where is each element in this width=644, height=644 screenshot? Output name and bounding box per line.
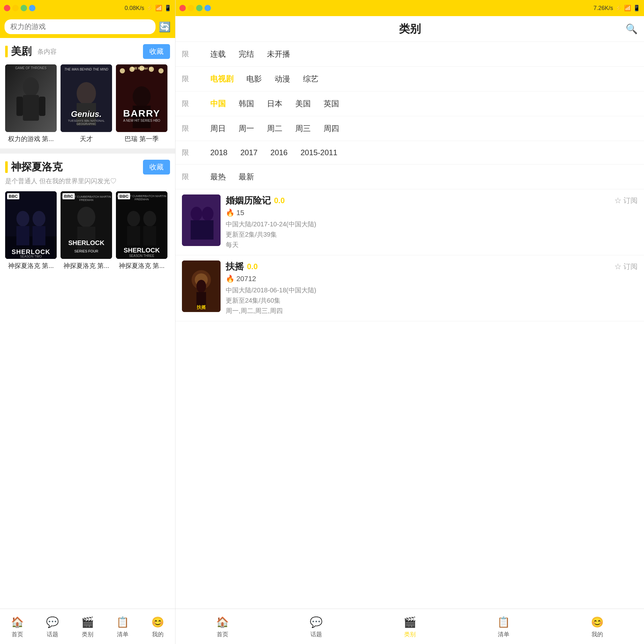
filter-opt-4-2[interactable]: 2016 — [268, 147, 290, 158]
fuyao-subscribe-btn[interactable]: ☆ 订阅 — [614, 262, 638, 271]
sherlock1-poster: BBC SHERLOCK SEASON TWO — [5, 191, 57, 259]
hunyin-subscribe-btn[interactable]: ☆ 订阅 — [614, 196, 638, 205]
filter-options-2: 中国 韩国 日本 美国 英国 — [208, 97, 342, 110]
filter-opt-2-4[interactable]: 英国 — [321, 97, 342, 110]
sherlock-title: 神探夏洛克 — [11, 160, 62, 174]
filter-opt-3-3[interactable]: 周三 — [293, 122, 313, 135]
filter-opt-3-1[interactable]: 周一 — [236, 122, 257, 135]
mine-icon-left: 😊 — [151, 615, 165, 629]
nav-topic-left[interactable]: 💬 话题 — [45, 615, 60, 638]
signal-icon: 📱 — [164, 5, 171, 12]
sherlock3-season: SEASON THREE — [116, 254, 167, 258]
filter-opt-0-0[interactable]: 连载 — [208, 48, 228, 61]
right-wifi-icon: 📶 — [624, 5, 631, 12]
filter-section: 限 连载 完结 未开播 限 电视剧 电影 动漫 综艺 限 中国 韩国 日本 — [175, 42, 644, 609]
nav-topic-right[interactable]: 💬 话题 — [309, 615, 323, 638]
svg-point-28 — [143, 211, 156, 226]
sherlock-collect-button[interactable]: 收藏 — [143, 160, 170, 175]
search-refresh-icon[interactable]: 🔄 — [159, 21, 171, 33]
filter-opt-5-1[interactable]: 最新 — [236, 170, 257, 183]
dot-yellow — [12, 5, 19, 11]
filter-opt-3-4[interactable]: 周四 — [321, 122, 342, 135]
nav-mine-right[interactable]: 😊 我的 — [590, 615, 604, 638]
fuyao-heat: 🔥 20712 — [226, 275, 638, 283]
hunyin-title-row: 婚姻历险记 0.0 ☆ 订阅 — [226, 194, 638, 207]
list-icon-left: 📋 — [116, 615, 130, 629]
filter-opt-1-3[interactable]: 综艺 — [300, 72, 321, 85]
fuyao-heat-val: 20712 — [236, 275, 256, 283]
hunyin-poster-img — [182, 194, 221, 246]
r-dot-red — [179, 5, 186, 11]
filter-opt-2-2[interactable]: 日本 — [264, 97, 285, 110]
nav-home-right[interactable]: 🏠 首页 — [215, 615, 230, 638]
nav-list-right[interactable]: 📋 清单 — [497, 615, 511, 638]
fuyao-meta: 中国大陆/2018-06-18(中国大陆) 更新至24集/共60集 周一,周二,… — [226, 285, 638, 316]
filter-opt-1-2[interactable]: 动漫 — [272, 72, 293, 85]
search-input[interactable] — [5, 19, 156, 34]
list-item-hunyin[interactable]: 婚姻历险记 0.0 ☆ 订阅 🔥 15 中国大陆/2017-10-24(中国大陆… — [175, 189, 644, 255]
meiju-collect-button[interactable]: 收藏 — [143, 44, 170, 59]
hunyin-heat: 🔥 15 — [226, 209, 638, 217]
filter-opt-5-0[interactable]: 最热 — [208, 170, 228, 183]
filter-options-0: 连载 完结 未开播 — [208, 48, 293, 61]
filter-opt-4-0[interactable]: 2018 — [208, 147, 230, 158]
filter-label-3: 限 — [182, 124, 201, 133]
fuyao-text: 扶摇 — [182, 305, 221, 310]
movie-item-genius[interactable]: THE MAN BEHIND THE MIND Genius. TUESDAYS… — [61, 64, 112, 143]
sherlock3-text: SHERLOCK — [116, 247, 167, 254]
filter-opt-4-3[interactable]: 2015-2011 — [298, 147, 340, 158]
filter-opt-0-2[interactable]: 未开播 — [264, 48, 293, 61]
list-item-fuyao[interactable]: 扶摇 扶摇 0.0 ☆ 订阅 🔥 20712 中国大陆/2018-06-18(中… — [175, 255, 644, 321]
filter-row-0: 限 连载 完结 未开播 — [175, 42, 644, 67]
filter-opt-2-0[interactable]: 中国 — [208, 97, 228, 110]
hunyin-info: 婚姻历险记 0.0 ☆ 订阅 🔥 15 中国大陆/2017-10-24(中国大陆… — [226, 194, 638, 250]
filter-row-1: 限 电视剧 电影 动漫 综艺 — [175, 67, 644, 91]
filter-row-2: 限 中国 韩国 日本 美国 英国 — [175, 91, 644, 116]
nav-mine-label-right: 我的 — [592, 630, 603, 638]
filter-opt-0-1[interactable]: 完结 — [236, 48, 257, 61]
meiju-section: 美剧 条内容 收藏 — [0, 38, 175, 148]
hunyin-title: 婚姻历险记 — [226, 194, 271, 207]
movie-item-got[interactable]: GAME OF THRONES 权力的游戏 第... — [5, 64, 57, 143]
filter-opt-2-1[interactable]: 韩国 — [236, 97, 257, 110]
dot-red — [4, 5, 10, 11]
movie-item-sherlock3[interactable]: BBC BENEDICT CUMBERBATCH MARTIN FREEMAN … — [116, 191, 167, 270]
filter-opt-3-2[interactable]: 周二 — [264, 122, 285, 135]
nav-topic-label-right: 话题 — [310, 630, 322, 638]
nav-category-right[interactable]: 🎬 类别 — [403, 615, 417, 638]
nav-home-left[interactable]: 🏠 首页 — [10, 615, 24, 638]
filter-label-2: 限 — [182, 99, 201, 109]
filter-opt-1-1[interactable]: 电影 — [244, 72, 264, 85]
left-divider — [0, 148, 175, 154]
filter-row-5: 限 最热 最新 — [175, 165, 644, 189]
right-signal: 📱 — [633, 5, 640, 12]
nav-mine-left[interactable]: 😊 我的 — [151, 615, 165, 638]
category-icon-right: 🎬 — [403, 615, 417, 629]
filter-opt-2-3[interactable]: 美国 — [293, 97, 313, 110]
home-icon-left: 🏠 — [10, 615, 24, 629]
nav-list-left[interactable]: 📋 清单 — [116, 615, 130, 638]
svg-point-6 — [77, 82, 96, 105]
movie-item-sherlock2[interactable]: BBC BENEDICT CUMBERBATCH MARTIN FREEMAN … — [61, 191, 112, 270]
filter-opt-3-0[interactable]: 周日 — [208, 122, 228, 135]
nav-list-label-right: 清单 — [498, 630, 509, 638]
topic-icon-right: 💬 — [309, 615, 323, 629]
category-page-title: 类别 — [399, 22, 421, 36]
nav-category-left[interactable]: 🎬 类别 — [81, 615, 95, 638]
search-bar: 🔄 — [0, 16, 175, 38]
sherlock2-img: BBC BENEDICT CUMBERBATCH MARTIN FREEMAN … — [61, 191, 112, 259]
left-status-bar: 0.08K/s ⚡ 📶 📱 — [0, 0, 175, 16]
sherlock1-img: BBC SHERLOCK SEASON TWO — [5, 191, 57, 259]
movie-item-barry[interactable]: Bill Hader is BARRY A NEW HIT SERIES HBO… — [116, 64, 167, 143]
filter-options-5: 最热 最新 — [208, 170, 257, 183]
barry-top-text: Bill Hader is — [116, 66, 167, 70]
svg-point-31 — [191, 207, 202, 221]
filter-opt-1-0[interactable]: 电视剧 — [208, 72, 236, 85]
filter-opt-4-1[interactable]: 2017 — [238, 147, 260, 158]
section-icon-sherlock — [5, 161, 8, 173]
search-icon-right[interactable]: 🔍 — [626, 23, 638, 34]
nav-home-label-left: 首页 — [12, 630, 23, 638]
fuyao-title: 扶摇 — [226, 260, 244, 273]
movie-item-sherlock1[interactable]: BBC SHERLOCK SEASON TWO 神探夏洛克 第... — [5, 191, 57, 270]
sherlock-subtitle: 是个普通人 但在我的世界里闪闪发光♡ — [0, 177, 175, 188]
